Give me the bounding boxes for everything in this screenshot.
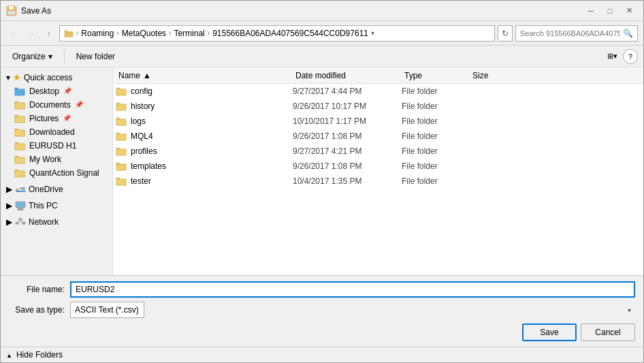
bottom-area: File name: Save as type: ASCII Text (*.c… (1, 275, 643, 347)
file-type-cell: File folder (402, 116, 470, 126)
pin-icon-desktop: 📌 (63, 87, 71, 95)
sidebar-item-pictures[interactable]: Pictures 📌 (1, 112, 112, 125)
folder-icon (116, 131, 127, 141)
sort-indicator: ▲ (143, 71, 151, 80)
file-type-cell: File folder (402, 176, 470, 186)
table-row[interactable]: profiles 9/27/2017 4:21 PM File folder (113, 144, 643, 159)
table-row[interactable]: tester 10/4/2017 1:35 PM File folder (113, 174, 643, 189)
new-folder-button[interactable]: New folder (70, 48, 121, 65)
col-header-size[interactable]: Size (470, 67, 524, 83)
button-row: Save Cancel (9, 322, 635, 341)
title-bar-left: Save As (6, 5, 51, 16)
filetype-select-wrapper: ASCII Text (*.csv) CSV (*.csv) Text (*.t… (70, 302, 635, 318)
table-row[interactable]: logs 10/10/2017 1:17 PM File folder (113, 114, 643, 129)
table-row[interactable]: MQL4 9/26/2017 1:08 PM File folder (113, 129, 643, 144)
breadcrumb-metaquotes: MetaQuotes (122, 29, 166, 38)
chevron-right-icon-pc: ▶ (6, 201, 12, 210)
svg-rect-8 (22, 222, 25, 224)
quick-access-label: Quick access (24, 73, 72, 82)
save-button[interactable]: Save (522, 323, 577, 341)
filetype-select[interactable]: ASCII Text (*.csv) CSV (*.csv) Text (*.t… (70, 302, 144, 318)
col-size-label: Size (472, 71, 488, 80)
maximize-button[interactable]: □ (601, 4, 619, 18)
file-type-cell: File folder (402, 86, 470, 96)
this-pc-label: This PC (29, 201, 58, 210)
svg-line-10 (17, 221, 20, 222)
back-button[interactable]: ← (6, 26, 21, 41)
downloaded-label: Downloaded (29, 127, 75, 137)
file-type-cell: File folder (402, 131, 470, 141)
file-name-cell: tester (116, 176, 293, 186)
sidebar-item-eurusd[interactable]: EURUSD H1 (1, 139, 112, 153)
title-bar: Save As ─ □ ✕ (1, 1, 643, 21)
table-row[interactable]: history 9/26/2017 10:17 PM File folder (113, 99, 643, 114)
sidebar-item-downloaded[interactable]: Downloaded (1, 125, 112, 139)
main-area: ▾ ★ Quick access Desktop 📌 (1, 67, 643, 275)
network-header[interactable]: ▶ Network (1, 215, 112, 229)
toolbar: Organize ▾ New folder ⊞ ▾ ? (1, 46, 643, 67)
sidebar-item-mywork[interactable]: My Work (1, 153, 112, 166)
this-pc-icon (15, 201, 26, 210)
file-name-cell: MQL4 (116, 131, 293, 141)
breadcrumb-id: 915566BA06ADA407569C544CC0D97611 (212, 29, 368, 38)
quick-access-header[interactable]: ▾ ★ Quick access (1, 70, 112, 84)
onedrive-section: ▶ OneDrive (1, 183, 112, 196)
chevron-down-icon: ▾ (6, 73, 10, 82)
minimize-button[interactable]: ─ (582, 4, 600, 18)
this-pc-header[interactable]: ▶ This PC (1, 199, 112, 212)
hide-folders-label: Hide Folders (16, 350, 63, 360)
folder-icon (116, 176, 127, 186)
eurusd-label: EURUSD H1 (29, 141, 76, 151)
address-path[interactable]: › Roaming › MetaQuotes › Terminal › 9155… (59, 25, 495, 42)
documents-label: Documents (29, 100, 71, 110)
forward-button[interactable]: → (24, 26, 39, 41)
file-list-header: Name ▲ Date modified Type Size (113, 67, 643, 84)
col-date-label: Date modified (295, 71, 346, 80)
col-header-name[interactable]: Name ▲ (116, 67, 293, 83)
sidebar-item-desktop[interactable]: Desktop 📌 (1, 84, 112, 98)
onedrive-header[interactable]: ▶ OneDrive (1, 183, 112, 196)
close-button[interactable]: ✕ (620, 4, 638, 18)
refresh-button[interactable]: ↻ (498, 25, 513, 42)
hide-folders-bar[interactable]: Hide Folders (1, 347, 643, 362)
file-date-cell: 9/26/2017 1:08 PM (293, 131, 402, 141)
folder-icon (116, 101, 127, 111)
save-as-icon (6, 5, 17, 16)
view-button[interactable]: ⊞ ▾ (604, 48, 620, 65)
breadcrumb-terminal: Terminal (174, 29, 204, 38)
file-list-area: Name ▲ Date modified Type Size (113, 67, 643, 275)
search-icon: 🔍 (623, 29, 633, 38)
onedrive-label: OneDrive (29, 185, 63, 194)
col-header-date[interactable]: Date modified (293, 67, 402, 83)
table-row[interactable]: templates 9/26/2017 1:08 PM File folder (113, 159, 643, 174)
search-input[interactable] (520, 29, 620, 37)
chevron-right-icon: ▶ (6, 185, 12, 194)
filename-input[interactable] (70, 281, 635, 298)
network-icon (15, 217, 26, 227)
file-date-cell: 9/27/2017 4:44 PM (293, 86, 402, 96)
this-pc-section: ▶ This PC (1, 199, 112, 212)
folder-icon (116, 86, 127, 96)
file-type-cell: File folder (402, 146, 470, 156)
file-type-cell: File folder (402, 161, 470, 171)
folder-icon (116, 161, 127, 171)
file-date-cell: 10/10/2017 1:17 PM (293, 116, 402, 126)
up-button[interactable]: ↑ (42, 26, 57, 41)
address-bar: ← → ↑ › Roaming › MetaQuotes › Terminal … (1, 21, 643, 46)
sidebar-item-quantaction[interactable]: QuantAction Signal (1, 166, 112, 180)
table-row[interactable]: config 9/27/2017 4:44 PM File folder (113, 84, 643, 99)
breadcrumb-roaming: Roaming (81, 29, 114, 38)
quantaction-label: QuantAction Signal (29, 168, 99, 178)
sidebar-item-documents[interactable]: Documents 📌 (1, 98, 112, 112)
new-folder-label: New folder (76, 52, 115, 61)
file-date-cell: 9/26/2017 1:08 PM (293, 161, 402, 171)
organize-button[interactable]: Organize ▾ (6, 48, 59, 65)
pictures-label: Pictures (29, 114, 59, 123)
help-button[interactable]: ? (623, 49, 638, 64)
cancel-button[interactable]: Cancel (581, 323, 635, 341)
col-header-type[interactable]: Type (402, 67, 470, 83)
col-type-label: Type (404, 71, 422, 80)
toolbar-separator (64, 50, 65, 63)
col-name-label: Name (118, 71, 140, 80)
filename-row: File name: (9, 281, 635, 298)
